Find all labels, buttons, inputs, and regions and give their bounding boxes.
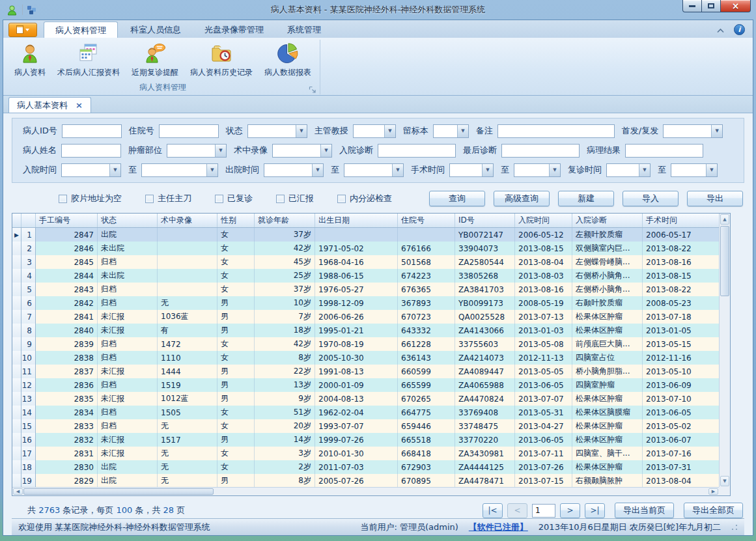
create-button[interactable]: 新建 xyxy=(558,191,614,206)
scroll-right-icon[interactable]: ▶ xyxy=(708,488,718,495)
chevron-down-icon[interactable]: ▼ xyxy=(312,164,323,176)
table-row[interactable]: 152833归档无女20岁1993-07-0765944633748475201… xyxy=(12,419,720,433)
column-header-3[interactable]: 手工编号 xyxy=(36,214,98,227)
table-row[interactable]: 72841未汇报1036蓝男7岁2006-06-26670723QA002552… xyxy=(12,310,720,324)
table-row[interactable]: 32845归档女45岁1968-04-16501568ZA25805442013… xyxy=(12,255,720,269)
column-header-7[interactable]: 就诊年龄 xyxy=(255,214,315,227)
advanced-query-button[interactable]: 高级查询 xyxy=(494,191,550,206)
table-row[interactable]: 182830出院无女2岁2011-07-03672903ZA4444125201… xyxy=(12,460,720,474)
table-row[interactable]: 192829出院无男8岁2005-07-26670895ZA4478471201… xyxy=(12,474,720,488)
chevron-down-icon[interactable]: ▼ xyxy=(639,164,650,176)
table-row[interactable]: 22846未出院女42岁1971-05-02676166339040732013… xyxy=(12,242,720,255)
scroll-up-icon[interactable]: ▲ xyxy=(720,214,729,225)
table-row[interactable]: ▶12847出院女37岁YB00721472006-05-12左额叶胶质瘤200… xyxy=(12,228,720,242)
filter-input-r2f5[interactable] xyxy=(501,144,580,158)
filter-combo-r3f6[interactable]: ▼ xyxy=(514,163,561,177)
table-row[interactable]: 142834归档1505女51岁1962-02-0466477533769408… xyxy=(12,406,720,419)
table-row[interactable]: 112837未汇报1444男22岁1991-08-13660599ZA40894… xyxy=(12,365,720,378)
filter-input-r2f1[interactable] xyxy=(61,144,121,158)
table-row[interactable]: 52843归档女37岁1976-05-27676365ZA38417032013… xyxy=(12,283,720,296)
filter-combo-r1f4[interactable]: ▼ xyxy=(353,124,396,138)
filter-input-r1f6[interactable] xyxy=(497,124,615,138)
filter-combo-r1f5[interactable]: ▼ xyxy=(433,124,469,138)
last-page-button[interactable]: >| xyxy=(585,503,605,518)
column-header-10[interactable]: ID号 xyxy=(455,214,515,227)
chevron-down-icon[interactable]: ▼ xyxy=(109,164,120,176)
scroll-left-icon[interactable]: ◀ xyxy=(13,488,23,495)
export-current-page-button[interactable]: 导出当前页 xyxy=(615,503,674,518)
prev-page-button[interactable]: < xyxy=(507,503,527,518)
filter-combo-r3f2[interactable]: ▼ xyxy=(141,163,218,177)
ribbon-tab-3[interactable]: 光盘录像带管理 xyxy=(193,21,275,38)
column-header-5[interactable]: 术中录像 xyxy=(158,214,217,227)
patient-button[interactable]: 病人资料 xyxy=(8,40,51,79)
column-header-blank-2[interactable] xyxy=(21,214,36,227)
maximize-button[interactable] xyxy=(702,0,721,12)
export-all-pages-button[interactable]: 导出全部页 xyxy=(684,503,743,518)
app-menu-button[interactable] xyxy=(8,23,37,37)
chevron-down-icon[interactable]: ▼ xyxy=(320,145,331,157)
column-header-8[interactable]: 出生日期 xyxy=(315,214,398,227)
history-folder-button[interactable]: 病人资料历史记录 xyxy=(184,40,259,79)
vertical-scrollbar[interactable]: ▲ ▼ xyxy=(719,214,730,487)
chevron-down-icon[interactable]: ▼ xyxy=(549,164,560,176)
checkbox-1[interactable]: 胶片地址为空 xyxy=(59,193,122,204)
filter-combo-r3f3[interactable]: ▼ xyxy=(264,163,324,177)
checkbox-2[interactable]: 主任主刀 xyxy=(145,193,191,204)
ribbon-tab-1[interactable]: 病人资料管理 xyxy=(44,21,118,38)
chevron-down-icon[interactable]: ▼ xyxy=(215,145,226,157)
filter-combo-r3f1[interactable]: ▼ xyxy=(61,163,121,177)
ribbon-collapse-icon[interactable] xyxy=(716,23,725,36)
column-header-13[interactable]: 手术时间 xyxy=(643,214,720,227)
chevron-down-icon[interactable]: ▼ xyxy=(706,164,717,176)
table-row[interactable]: 42844未出院女25岁1988-06-15674223338052682013… xyxy=(12,269,720,283)
export-button[interactable]: 导出 xyxy=(687,191,743,206)
next-page-button[interactable]: > xyxy=(560,503,580,518)
table-row[interactable]: 102838归档1110女8岁2005-10-30636143ZA4214073… xyxy=(12,351,720,365)
column-header-9[interactable]: 住院号 xyxy=(398,214,455,227)
filter-combo-r1f7[interactable]: ▼ xyxy=(663,124,723,138)
chevron-down-icon[interactable]: ▼ xyxy=(384,125,395,137)
resize-grip-icon[interactable] xyxy=(731,524,738,531)
column-header-4[interactable]: 状态 xyxy=(98,214,158,227)
query-button[interactable]: 查询 xyxy=(429,191,485,206)
column-header-12[interactable]: 入院诊断 xyxy=(572,214,643,227)
ribbon-tab-4[interactable]: 系统管理 xyxy=(276,21,332,38)
horizontal-scroll-thumb[interactable] xyxy=(23,488,214,495)
table-row[interactable]: 162832未汇报1517男14岁1999-07-266655183377022… xyxy=(12,433,720,447)
filter-combo-r2f3[interactable]: ▼ xyxy=(272,144,332,158)
checkbox-4[interactable]: 已汇报 xyxy=(276,193,314,204)
table-row[interactable]: 82840未汇报有男18岁1995-01-21643332ZA414306620… xyxy=(12,324,720,337)
first-page-button[interactable]: |< xyxy=(483,503,503,518)
horizontal-scrollbar[interactable]: ◀ ▶ xyxy=(12,487,719,495)
chevron-down-icon[interactable]: ▼ xyxy=(392,164,403,176)
tab-patient-basic-info[interactable]: 病人基本资料 × xyxy=(8,97,91,113)
info-icon[interactable]: i xyxy=(734,24,745,35)
table-row[interactable]: 92839归档1472女42岁1970-08-19661228337556032… xyxy=(12,337,720,351)
dialog-launcher-icon[interactable] xyxy=(309,84,316,92)
import-button[interactable]: 导入 xyxy=(623,191,679,206)
filter-combo-r3f4[interactable]: ▼ xyxy=(344,163,404,177)
filter-input-r1f2[interactable] xyxy=(159,124,219,138)
filter-input-r2f6[interactable] xyxy=(625,144,703,158)
page-number-input[interactable] xyxy=(532,504,555,518)
license-link[interactable]: 【软件已注册】 xyxy=(469,521,528,533)
minimize-button[interactable] xyxy=(682,0,702,12)
checkbox-3[interactable]: 已复诊 xyxy=(215,193,253,204)
scroll-down-icon[interactable]: ▼ xyxy=(720,476,729,486)
column-header-6[interactable]: 性别 xyxy=(217,214,255,227)
table-row[interactable]: 132835未汇报1012蓝男9岁2004-08-13670265ZA44708… xyxy=(12,392,720,406)
revisit-reminder-button[interactable]: 近期复诊提醒 xyxy=(126,40,184,79)
chevron-down-icon[interactable]: ▼ xyxy=(206,164,217,176)
filter-combo-r1f3[interactable]: ▼ xyxy=(247,124,307,138)
column-header-11[interactable]: 入院时间 xyxy=(515,214,572,227)
table-row[interactable]: 62842归档无男10岁1998-12-09367893YB0099173200… xyxy=(12,296,720,310)
report-calendar-button[interactable]: 术后病人汇报资料 xyxy=(51,40,126,79)
ribbon-tab-2[interactable]: 科室人员信息 xyxy=(119,21,192,38)
chevron-down-icon[interactable]: ▼ xyxy=(457,125,468,137)
checkbox-5[interactable]: 内分泌检查 xyxy=(337,193,392,204)
table-row[interactable]: 172831未汇报无女3岁2010-01-30668418ZA343098120… xyxy=(12,447,720,460)
close-button[interactable]: × xyxy=(721,0,751,12)
filter-combo-r3f8[interactable]: ▼ xyxy=(671,163,718,177)
chevron-down-icon[interactable]: ▼ xyxy=(296,125,307,137)
